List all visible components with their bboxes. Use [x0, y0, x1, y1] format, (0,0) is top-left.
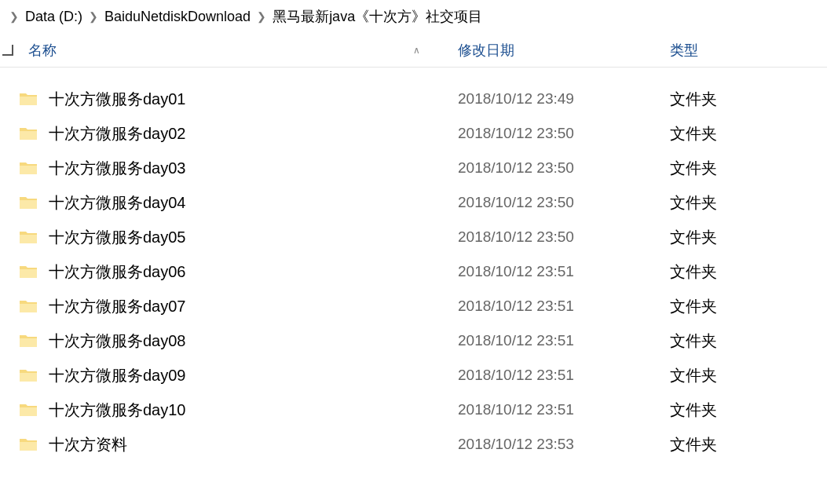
file-row-name-cell: 十次方微服务day08: [16, 331, 452, 352]
chevron-right-icon: ❯: [9, 10, 19, 23]
file-type: 文件夹: [664, 123, 827, 144]
file-type: 文件夹: [664, 192, 827, 214]
folder-icon: [19, 264, 38, 279]
file-date: 2018/10/12 23:50: [452, 159, 664, 177]
file-row[interactable]: 十次方微服务day062018/10/12 23:51文件夹: [0, 254, 827, 289]
file-row[interactable]: 十次方微服务day082018/10/12 23:51文件夹: [0, 323, 827, 358]
sort-indicator-icon: ∧: [413, 45, 420, 56]
file-date: 2018/10/12 23:51: [452, 401, 664, 418]
file-name: 十次方微服务day08: [49, 331, 186, 352]
file-row-name-cell: 十次方微服务day07: [16, 296, 452, 317]
file-row[interactable]: 十次方微服务day012018/10/12 23:49文件夹: [0, 82, 827, 116]
breadcrumb-item-drive[interactable]: Data (D:): [25, 9, 82, 25]
file-date: 2018/10/12 23:50: [452, 194, 664, 211]
file-row[interactable]: 十次方资料2018/10/12 23:53文件夹: [0, 427, 827, 462]
folder-icon: [19, 195, 38, 210]
file-type: 文件夹: [664, 434, 827, 455]
file-row-name-cell: 十次方微服务day06: [16, 261, 452, 283]
file-date: 2018/10/12 23:49: [452, 90, 664, 108]
column-header-row: 名称 ∧ 修改日期 类型: [0, 33, 827, 68]
file-type: 文件夹: [664, 261, 827, 283]
column-header-name[interactable]: 名称 ∧: [16, 41, 452, 60]
file-type: 文件夹: [664, 365, 827, 386]
file-row[interactable]: 十次方微服务day092018/10/12 23:51文件夹: [0, 358, 827, 393]
folder-icon: [19, 298, 38, 314]
file-name: 十次方微服务day09: [49, 365, 186, 386]
file-name: 十次方资料: [49, 434, 127, 455]
file-name: 十次方微服务day05: [49, 227, 186, 248]
column-header-date[interactable]: 修改日期: [452, 41, 664, 60]
file-row-name-cell: 十次方微服务day02: [16, 123, 452, 144]
folder-icon: [19, 333, 38, 349]
select-all-checkbox[interactable]: [0, 45, 16, 56]
file-date: 2018/10/12 23:51: [452, 263, 664, 280]
file-type: 文件夹: [664, 400, 827, 421]
folder-icon: [19, 402, 38, 418]
file-name: 十次方微服务day02: [49, 123, 186, 144]
file-date: 2018/10/12 23:51: [452, 367, 664, 384]
file-row-name-cell: 十次方微服务day05: [16, 227, 452, 248]
file-name: 十次方微服务day04: [49, 192, 186, 214]
file-row[interactable]: 十次方微服务day052018/10/12 23:50文件夹: [0, 220, 827, 254]
file-name: 十次方微服务day03: [49, 158, 186, 179]
file-name: 十次方微服务day10: [49, 400, 186, 421]
folder-icon: [19, 436, 38, 452]
file-row-name-cell: 十次方资料: [16, 434, 452, 455]
file-date: 2018/10/12 23:53: [452, 436, 664, 453]
folder-icon: [19, 229, 38, 245]
file-name: 十次方微服务day06: [49, 261, 186, 283]
file-row-name-cell: 十次方微服务day04: [16, 192, 452, 214]
file-row[interactable]: 十次方微服务day032018/10/12 23:50文件夹: [0, 151, 827, 185]
file-row-name-cell: 十次方微服务day09: [16, 365, 452, 386]
breadcrumb-item-folder2[interactable]: 黑马最新java《十次方》社交项目: [273, 7, 482, 26]
file-row[interactable]: 十次方微服务day022018/10/12 23:50文件夹: [0, 116, 827, 151]
file-row-name-cell: 十次方微服务day03: [16, 158, 452, 179]
file-date: 2018/10/12 23:51: [452, 332, 664, 349]
file-date: 2018/10/12 23:50: [452, 228, 664, 246]
file-row[interactable]: 十次方微服务day102018/10/12 23:51文件夹: [0, 393, 827, 427]
file-row-name-cell: 十次方微服务day10: [16, 400, 452, 421]
folder-icon: [19, 160, 38, 176]
chevron-right-icon: ❯: [89, 10, 98, 23]
folder-icon: [19, 91, 38, 107]
file-type: 文件夹: [664, 331, 827, 352]
file-type: 文件夹: [664, 296, 827, 317]
file-type: 文件夹: [664, 89, 827, 110]
file-list: 十次方微服务day012018/10/12 23:49文件夹十次方微服务day0…: [0, 68, 827, 462]
column-header-type-label: 类型: [670, 42, 698, 58]
column-header-date-label: 修改日期: [458, 42, 514, 58]
checkbox-icon: [2, 45, 13, 56]
folder-icon: [19, 126, 38, 141]
file-row-name-cell: 十次方微服务day01: [16, 89, 452, 110]
file-type: 文件夹: [664, 158, 827, 179]
file-row[interactable]: 十次方微服务day072018/10/12 23:51文件夹: [0, 289, 827, 323]
file-date: 2018/10/12 23:50: [452, 125, 664, 142]
file-name: 十次方微服务day07: [49, 296, 186, 317]
file-type: 文件夹: [664, 227, 827, 248]
column-header-type[interactable]: 类型: [664, 41, 827, 60]
breadcrumb: ❯ Data (D:) ❯ BaiduNetdiskDownload ❯ 黑马最…: [0, 0, 827, 33]
column-header-name-label: 名称: [28, 42, 57, 58]
file-row[interactable]: 十次方微服务day042018/10/12 23:50文件夹: [0, 185, 827, 220]
chevron-right-icon: ❯: [257, 10, 266, 23]
folder-icon: [19, 367, 38, 383]
file-date: 2018/10/12 23:51: [452, 298, 664, 315]
file-name: 十次方微服务day01: [49, 89, 186, 110]
breadcrumb-item-folder1[interactable]: BaiduNetdiskDownload: [104, 9, 251, 25]
